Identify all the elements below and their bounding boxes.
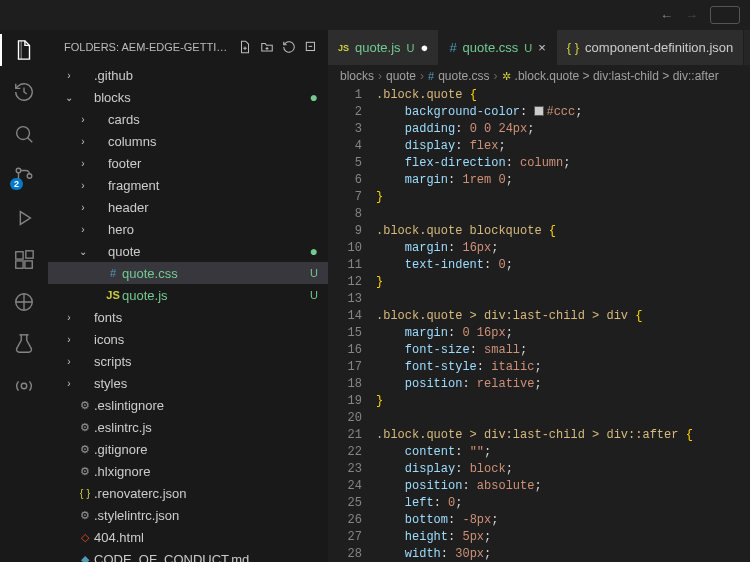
breadcrumb-item[interactable]: quote.css [438,69,489,83]
layout-toggle-icon[interactable] [710,6,740,24]
chevron-icon: ⌄ [76,246,90,257]
tree-item-label: styles [94,376,318,391]
chevron-icon: › [76,114,90,125]
breadcrumb-item[interactable]: blocks [340,69,374,83]
chevron-icon: › [76,202,90,213]
explorer-icon[interactable] [12,38,36,62]
search-icon[interactable] [12,122,36,146]
new-folder-icon[interactable] [258,38,276,56]
live-icon[interactable] [12,374,36,398]
file-tree[interactable]: ›.github⌄blocks●›cards›columns›footer›fr… [48,64,328,562]
editor-tab[interactable]: { }component-definition.json [557,30,744,65]
breadcrumbs[interactable]: blocks› quote›# quote.css›✲ .block.quote… [328,65,750,87]
activity-bar: 2 [0,30,48,562]
editor-tabs: JSquote.jsU●#quote.cssU×{ }component-def… [328,30,750,65]
extensions-icon[interactable] [12,248,36,272]
run-debug-icon[interactable] [12,206,36,230]
json-file-icon: { } [76,487,94,499]
editor-group: JSquote.jsU●#quote.cssU×{ }component-def… [328,30,750,562]
new-file-icon[interactable] [236,38,254,56]
js-file-icon: JS [104,289,122,301]
tree-item-label: quote [108,244,306,259]
folder-row[interactable]: ›styles [48,372,328,394]
editor-tab[interactable]: JSquote.jsU● [328,30,439,65]
folder-row[interactable]: ›fragment [48,174,328,196]
file-row[interactable]: { }.renovaterc.json [48,482,328,504]
breadcrumb-item[interactable]: quote [386,69,416,83]
breadcrumb-item[interactable]: .block.quote > div:last-child > div::aft… [515,69,719,83]
svg-point-9 [21,383,27,389]
css-file-icon: # [449,40,456,55]
git-status: U [407,42,415,54]
chevron-right-icon: › [378,69,382,83]
tree-item-label: blocks [94,90,306,105]
tree-item-label: CODE_OF_CONDUCT.md [94,552,318,563]
file-row[interactable]: ⚙.stylelintrc.json [48,504,328,526]
tab-label: component-definition.json [585,40,733,55]
css-file-icon: # [104,267,122,279]
folder-row[interactable]: ›scripts [48,350,328,372]
timeline-icon[interactable] [12,80,36,104]
folder-row[interactable]: ›footer [48,152,328,174]
tree-item-label: cards [108,112,318,127]
tree-item-label: columns [108,134,318,149]
folder-row[interactable]: ›.github [48,64,328,86]
folder-row[interactable]: ›cards [48,108,328,130]
git-status: U [524,42,532,54]
file-row[interactable]: JSquote.jsU [48,284,328,306]
tree-item-label: quote.css [122,266,306,281]
json-file-icon: { } [567,40,579,55]
file-row[interactable]: ⚙.eslintrc.js [48,416,328,438]
chevron-icon: › [62,356,76,367]
folder-row[interactable]: ›hero [48,218,328,240]
source-control-icon[interactable]: 2 [12,164,36,188]
folder-row[interactable]: ›columns [48,130,328,152]
nav-forward-icon[interactable]: → [685,8,698,23]
color-swatch [534,106,544,116]
dirty-dot-icon: ● [421,40,429,55]
config-file-icon: ⚙ [76,443,94,456]
file-row[interactable]: ◆CODE_OF_CONDUCT.md [48,548,328,562]
code-content[interactable]: .block.quote { background-color: #ccc; p… [376,87,750,562]
js-file-icon: JS [338,43,349,53]
tree-item-label: .gitignore [94,442,318,457]
editor-tab[interactable]: #quote.cssU× [439,30,556,65]
refresh-icon[interactable] [280,38,298,56]
tree-item-label: fonts [94,310,318,325]
folder-row[interactable]: ›fonts [48,306,328,328]
file-row[interactable]: ⚙.gitignore [48,438,328,460]
chevron-right-icon: › [494,69,498,83]
nav-back-icon[interactable]: ← [660,8,673,23]
git-status: U [310,289,318,301]
tree-item-label: .renovaterc.json [94,486,318,501]
code-editor[interactable]: 1234567891011121314151617181920212223242… [328,87,750,562]
folder-row[interactable]: ›header [48,196,328,218]
file-row[interactable]: ⚙.eslintignore [48,394,328,416]
folder-row[interactable]: ⌄quote● [48,240,328,262]
testing-icon[interactable] [12,332,36,356]
svg-rect-6 [25,261,32,268]
tree-item-label: .eslintignore [94,398,318,413]
tree-item-label: .stylelintrc.json [94,508,318,523]
git-status: U [310,267,318,279]
config-file-icon: ⚙ [76,421,94,434]
file-row[interactable]: #quote.cssU [48,262,328,284]
collapse-all-icon[interactable] [302,38,320,56]
tree-item-label: fragment [108,178,318,193]
folder-row[interactable]: ›icons [48,328,328,350]
chevron-icon: › [76,180,90,191]
close-icon[interactable]: × [538,40,546,55]
symbol-icon: ✲ [502,70,511,83]
tree-item-label: scripts [94,354,318,369]
folder-row[interactable]: ⌄blocks● [48,86,328,108]
file-row[interactable]: ⚙.hlxignore [48,460,328,482]
remote-icon[interactable] [12,290,36,314]
scm-badge: 2 [10,178,23,190]
svg-point-0 [17,127,30,140]
config-file-icon: ⚙ [76,509,94,522]
git-modified-dot: ● [310,93,318,101]
file-row[interactable]: ◇404.html [48,526,328,548]
svg-rect-5 [16,261,23,268]
chevron-right-icon: › [420,69,424,83]
chevron-icon: › [62,312,76,323]
